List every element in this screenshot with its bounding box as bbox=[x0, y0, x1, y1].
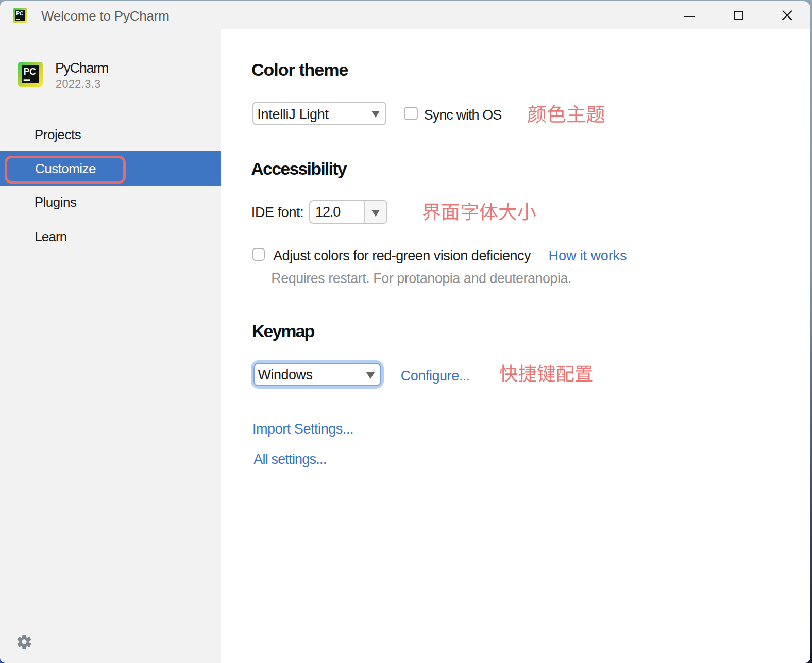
svg-text:PC: PC bbox=[24, 65, 36, 76]
svg-text:PC: PC bbox=[16, 10, 23, 16]
